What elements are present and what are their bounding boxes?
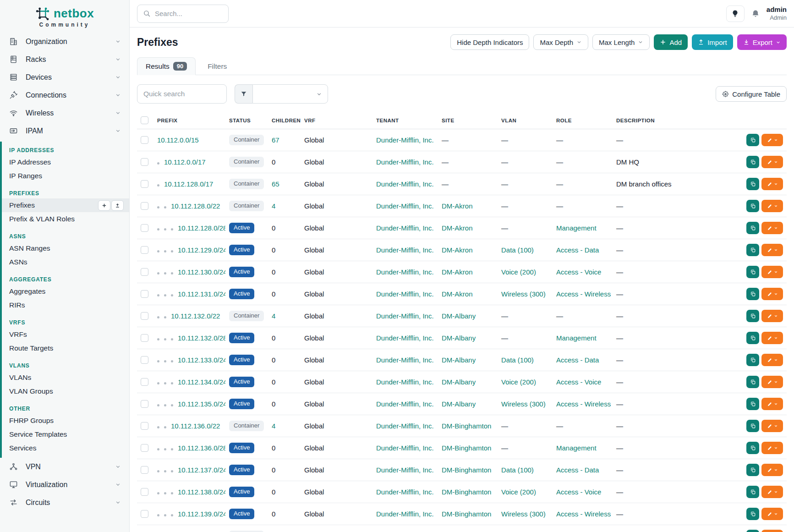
sidebar-item-connections[interactable]: Connections — [0, 86, 129, 104]
column-header-vlan[interactable]: VLAN — [498, 112, 553, 129]
sidebar-item-asns[interactable]: ASNs — [2, 255, 129, 269]
clone-button[interactable] — [746, 354, 759, 366]
site-value[interactable]: DM-Albany — [442, 400, 476, 408]
quick-search-input[interactable] — [143, 90, 220, 98]
sidebar-item-vlan-groups[interactable]: VLAN Groups — [2, 384, 129, 398]
sidebar-item-wireless[interactable]: Wireless — [0, 104, 129, 122]
tenant-link[interactable]: Dunder-Mifflin, Inc. — [376, 312, 434, 320]
row-checkbox[interactable] — [141, 334, 148, 342]
clone-button[interactable] — [746, 266, 759, 278]
site-value[interactable]: DM-Binghamton — [442, 422, 491, 430]
tenant-link[interactable]: Dunder-Mifflin, Inc. — [376, 136, 434, 144]
edit-button[interactable] — [761, 464, 783, 476]
tenant-link[interactable]: Dunder-Mifflin, Inc. — [376, 422, 434, 430]
global-search[interactable] — [137, 5, 229, 23]
row-checkbox[interactable] — [141, 510, 148, 518]
vlan-value[interactable]: Wireless (300) — [501, 290, 546, 298]
clone-button[interactable] — [746, 420, 759, 432]
column-header-prefix[interactable]: PREFIX — [153, 112, 225, 129]
hide-depth-indicators-button[interactable]: Hide Depth Indicators — [450, 34, 529, 50]
tenant-link[interactable]: Dunder-Mifflin, Inc. — [376, 180, 434, 188]
edit-button[interactable] — [761, 508, 783, 520]
site-value[interactable]: DM-Binghamton — [442, 510, 491, 518]
prefix-link[interactable]: 10.112.132.0/22 — [171, 312, 220, 320]
clone-button[interactable] — [746, 310, 759, 322]
row-checkbox[interactable] — [141, 356, 148, 364]
row-checkbox[interactable] — [141, 444, 148, 452]
site-value[interactable]: DM-Akron — [442, 224, 473, 232]
clone-button[interactable] — [746, 508, 759, 520]
site-value[interactable]: DM-Akron — [442, 202, 473, 210]
tenant-link[interactable]: Dunder-Mifflin, Inc. — [376, 400, 434, 408]
clone-button[interactable] — [746, 244, 759, 256]
user-menu[interactable]: admin Admin — [767, 5, 787, 22]
column-header-status[interactable]: STATUS — [225, 112, 268, 129]
tenant-link[interactable]: Dunder-Mifflin, Inc. — [376, 488, 434, 496]
vlan-value[interactable]: Voice (200) — [501, 378, 536, 386]
role-value[interactable]: Access - Voice — [556, 268, 601, 276]
export-button[interactable]: Export — [737, 34, 787, 50]
edit-button[interactable] — [761, 376, 783, 388]
edit-button[interactable] — [761, 420, 783, 432]
sidebar-item-virtualization[interactable]: Virtualization — [0, 476, 129, 494]
quick-search[interactable] — [137, 84, 227, 104]
edit-button[interactable] — [761, 134, 783, 146]
prefix-link[interactable]: 10.112.137.0/24 — [178, 466, 225, 474]
select-all-checkbox[interactable] — [141, 116, 148, 124]
tab-filters[interactable]: Filters — [199, 58, 235, 75]
column-header-site[interactable]: SITE — [438, 112, 498, 129]
brand[interactable]: netbox Community — [0, 0, 129, 33]
vlan-value[interactable]: Data (100) — [501, 466, 534, 474]
tenant-link[interactable]: Dunder-Mifflin, Inc. — [376, 334, 434, 342]
prefix-link[interactable]: 10.112.136.0/28 — [178, 444, 225, 452]
prefix-link[interactable]: 10.112.133.0/24 — [178, 356, 225, 364]
row-checkbox[interactable] — [141, 466, 148, 474]
edit-button[interactable] — [761, 310, 783, 322]
clone-button[interactable] — [746, 332, 759, 344]
sidebar-item-service-templates[interactable]: Service Templates — [2, 428, 129, 441]
theme-toggle-button[interactable] — [726, 5, 745, 22]
max-depth-dropdown[interactable]: Max Depth — [533, 34, 588, 50]
column-header-children[interactable]: CHILDREN — [268, 112, 301, 129]
clone-button[interactable] — [746, 134, 759, 146]
clone-button[interactable] — [746, 222, 759, 234]
row-checkbox[interactable] — [141, 246, 148, 254]
site-value[interactable]: DM-Binghamton — [442, 466, 491, 474]
prefix-link[interactable]: 10.112.134.0/24 — [178, 378, 225, 386]
sidebar-item-ipam[interactable]: IPAM — [0, 122, 129, 140]
search-input[interactable] — [155, 10, 223, 17]
clone-button[interactable] — [746, 530, 759, 532]
column-header-description[interactable]: DESCRIPTION — [613, 112, 735, 129]
vlan-value[interactable]: Wireless (300) — [501, 510, 546, 518]
prefix-link[interactable]: 10.112.130.0/24 — [178, 268, 225, 276]
role-value[interactable]: Access - Wireless — [556, 510, 611, 518]
sidebar-item-vpn[interactable]: VPN — [0, 458, 129, 476]
sidebar-item-prefixes[interactable]: Prefixes — [2, 198, 129, 212]
sidebar-item-organization[interactable]: Organization — [0, 33, 129, 50]
row-checkbox[interactable] — [141, 290, 148, 298]
tenant-link[interactable]: Dunder-Mifflin, Inc. — [376, 378, 434, 386]
quick-add-button[interactable] — [98, 200, 110, 211]
import-button[interactable]: Import — [692, 34, 733, 50]
tenant-link[interactable]: Dunder-Mifflin, Inc. — [376, 224, 434, 232]
row-checkbox[interactable] — [141, 136, 148, 144]
row-checkbox[interactable] — [141, 180, 148, 188]
sidebar-item-asn-ranges[interactable]: ASN Ranges — [2, 241, 129, 255]
children-count[interactable]: 67 — [272, 136, 279, 144]
vlan-value[interactable]: Voice (200) — [501, 488, 536, 496]
sidebar-item-vrfs[interactable]: VRFs — [2, 328, 129, 341]
clone-button[interactable] — [746, 464, 759, 476]
clone-button[interactable] — [746, 156, 759, 168]
site-value[interactable]: DM-Albany — [442, 334, 476, 342]
prefix-link[interactable]: 10.112.0.0/15 — [157, 136, 199, 144]
vlan-value[interactable]: Voice (200) — [501, 268, 536, 276]
site-value[interactable]: DM-Akron — [442, 268, 473, 276]
tenant-link[interactable]: Dunder-Mifflin, Inc. — [376, 268, 434, 276]
role-value[interactable]: Management — [556, 334, 597, 342]
prefix-link[interactable]: 10.112.138.0/24 — [178, 488, 225, 496]
edit-button[interactable] — [761, 442, 783, 454]
edit-button[interactable] — [761, 156, 783, 168]
edit-button[interactable] — [761, 222, 783, 234]
tenant-link[interactable]: Dunder-Mifflin, Inc. — [376, 356, 434, 364]
sidebar-item-devices[interactable]: Devices — [0, 68, 129, 86]
